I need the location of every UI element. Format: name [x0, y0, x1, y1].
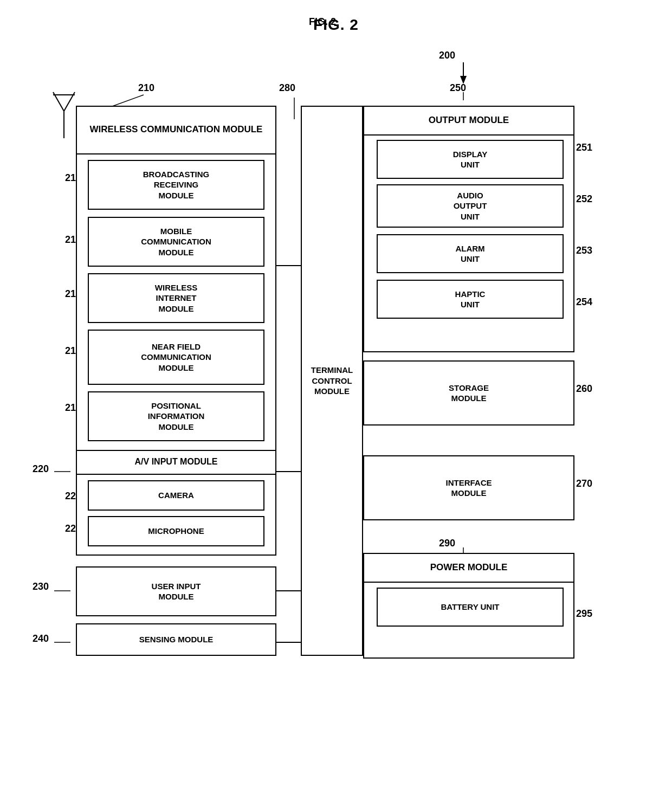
ref-251: 251 [576, 142, 592, 153]
ref-270: 270 [576, 478, 592, 489]
positional-box: POSITIONAL INFORMATION MODULE [88, 391, 264, 441]
ref-260: 260 [576, 383, 592, 395]
display-unit-box: DISPLAY UNIT [377, 140, 564, 179]
wireless-internet-box: WIRELESS INTERNET MODULE [88, 273, 264, 323]
storage-box: STORAGE MODULE [363, 360, 574, 425]
terminal-control-box: TERMINAL CONTROL MODULE [301, 106, 363, 656]
nfc-box: NEAR FIELD COMMUNICATION MODULE [88, 330, 264, 385]
sensing-box: SENSING MODULE [76, 623, 276, 656]
alarm-unit-box: ALARM UNIT [377, 234, 564, 273]
ref-280: 280 [279, 82, 295, 94]
svg-line-2 [64, 92, 75, 111]
ref-210: 210 [138, 82, 154, 94]
av-input-title: A/V INPUT MODULE [76, 450, 276, 475]
ref-220: 220 [33, 463, 49, 475]
broadcasting-box: BROADCASTING RECEIVING MODULE [88, 160, 264, 210]
microphone-box: MICROPHONE [88, 516, 264, 546]
interface-box: INTERFACE MODULE [363, 455, 574, 520]
ref-250: 250 [450, 82, 466, 94]
ref-290: 290 [439, 538, 455, 549]
diagram: FIG. 2 [0, 0, 672, 793]
ref-200: 200 [439, 50, 455, 61]
fig-label: FIG. 2 [309, 16, 336, 28]
power-module-title: POWER MODULE [363, 553, 574, 583]
user-input-box: USER INPUT MODULE [76, 566, 276, 616]
ref-252: 252 [576, 194, 592, 205]
haptic-unit-box: HAPTIC UNIT [377, 280, 564, 319]
ref-230: 230 [33, 581, 49, 592]
camera-box: CAMERA [88, 480, 264, 511]
mobile-comm-box: MOBILE COMMUNICATION MODULE [88, 217, 264, 267]
battery-unit-box: BATTERY UNIT [377, 588, 564, 627]
ref-240: 240 [33, 633, 49, 644]
audio-output-box: AUDIO OUTPUT UNIT [377, 184, 564, 228]
svg-line-1 [53, 92, 64, 111]
ref-254: 254 [576, 296, 592, 308]
output-module-title: OUTPUT MODULE [363, 106, 574, 136]
wcm-title: WIRELESS COMMUNICATION MODULE [76, 106, 276, 154]
ref-295: 295 [576, 608, 592, 620]
ref-253: 253 [576, 245, 592, 256]
